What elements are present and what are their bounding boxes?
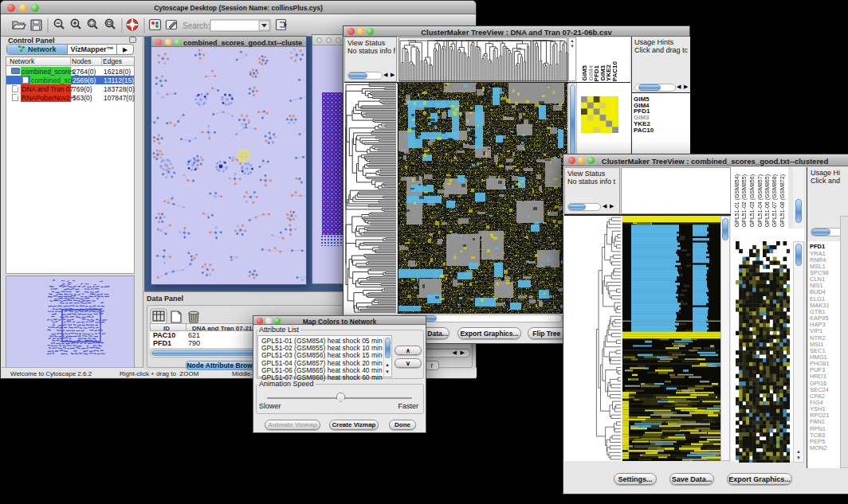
svg-text:Search:: Search: bbox=[183, 21, 210, 30]
